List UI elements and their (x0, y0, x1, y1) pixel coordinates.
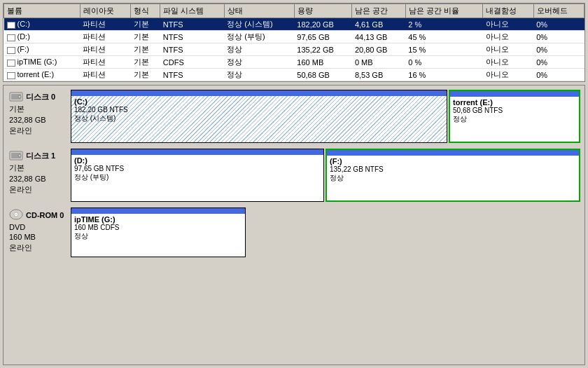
svg-point-8 (15, 214, 17, 215)
partition-d[interactable]: (D:) 97,65 GB NTFS 정상 (부팅) (71, 149, 324, 202)
partition-c-header (71, 90, 447, 96)
cdrom-0-type: DVD (9, 223, 66, 231)
cdrom-0-row: CD-ROM 0 DVD 160 MB 온라인 ipTIME (G:) 160 … (6, 206, 582, 259)
partition-g-name: ipTIME (G:) (74, 215, 242, 224)
disk-0-row: 디스크 0 기본 232,88 GB 온라인 (C:) 182,20 GB NT… (6, 88, 582, 144)
table-row[interactable]: (D:)파티션기본NTFS정상 (부팅)97,65 GB44,13 GB45 %… (4, 31, 584, 43)
col-layout[interactable]: 레이아웃 (80, 4, 130, 18)
cdrom-0-label: CD-ROM 0 DVD 160 MB 온라인 (6, 206, 69, 259)
partition-f-info2: 정상 (330, 173, 576, 183)
partition-torrent-info1: 50,68 GB NTFS (453, 107, 576, 114)
table-row[interactable]: (F:)파티션기본NTFS정상135,22 GB20,80 GB15 %아니오0… (4, 43, 584, 56)
svg-point-2 (18, 95, 21, 98)
partition-g-info1: 160 MB CDFS (74, 224, 242, 231)
volume-icon (7, 47, 15, 54)
cdrom-0-name: CD-ROM 0 (26, 211, 64, 219)
disk-0-label: 디스크 0 기본 232,88 GB 온라인 (6, 88, 69, 144)
disk-1-row: 디스크 1 기본 232,88 GB 온라인 (D:) 97,65 GB NTF… (6, 147, 582, 203)
partition-c-info2: 정상 (시스템) (74, 114, 444, 123)
disk-0-icon (9, 91, 23, 102)
disk-1-partitions: (D:) 97,65 GB NTFS 정상 (부팅) (F:) 135,22 G… (69, 147, 582, 203)
volume-icon (7, 72, 15, 79)
disk-0-name: 디스크 0 (26, 92, 55, 102)
cdrom-0-size: 160 MB (9, 233, 66, 241)
main-container: 볼륨 레이아웃 형식 파일 시스템 상태 용량 남은 공간 남은 공간 비율 내… (0, 0, 588, 368)
partition-torrent-info2: 정상 (453, 114, 576, 124)
partition-torrent-header (450, 91, 579, 97)
partition-c[interactable]: (C:) 182,20 GB NTFS 정상 (시스템) (71, 90, 447, 143)
partition-f-info1: 135,22 GB NTFS (330, 165, 576, 173)
partition-f[interactable]: (F:) 135,22 GB NTFS 정상 (326, 149, 580, 202)
col-overhead[interactable]: 오버헤드 (533, 4, 584, 18)
table-header-row: 볼륨 레이아웃 형식 파일 시스템 상태 용량 남은 공간 남은 공간 비율 내… (4, 4, 584, 18)
col-status[interactable]: 상태 (224, 4, 294, 18)
partition-g[interactable]: ipTIME (G:) 160 MB CDFS 정상 (71, 207, 246, 257)
disk-management-area: 디스크 0 기본 232,88 GB 온라인 (C:) 182,20 GB NT… (3, 85, 585, 365)
table-row[interactable]: ipTIME (G:)파티션기본CDFS정상160 MB0 MB0 %아니오0% (4, 56, 584, 69)
partition-d-header (71, 149, 323, 155)
col-fault[interactable]: 내결함성 (483, 4, 533, 18)
partition-d-name: (D:) (74, 156, 321, 165)
partition-torrent[interactable]: torrent (E:) 50,68 GB NTFS 정상 (449, 90, 580, 143)
disk-1-type: 기본 (9, 163, 66, 173)
disk-1-icon (9, 150, 23, 161)
disk-0-size: 232,88 GB (9, 116, 66, 124)
col-fs[interactable]: 파일 시스템 (160, 4, 224, 18)
col-free[interactable]: 남은 공간 (352, 4, 405, 18)
volume-table-container: 볼륨 레이아웃 형식 파일 시스템 상태 용량 남은 공간 남은 공간 비율 내… (3, 3, 585, 82)
cdrom-0-icon (9, 209, 23, 222)
partition-g-header (71, 208, 245, 214)
disk-1-label: 디스크 1 기본 232,88 GB 온라인 (6, 147, 69, 203)
cdrom-0-partitions: ipTIME (G:) 160 MB CDFS 정상 (69, 206, 582, 259)
volume-icon (7, 22, 15, 29)
disk-0-status: 온라인 (9, 125, 66, 136)
partition-d-info2: 정상 (부팅) (74, 172, 321, 182)
cdrom-0-status: 온라인 (9, 243, 66, 253)
table-row[interactable]: torrent (E:)파티션기본NTFS정상50,68 GB8,53 GB16… (4, 69, 584, 81)
col-volume[interactable]: 볼륨 (4, 4, 80, 18)
partition-c-info1: 182,20 GB NTFS (74, 106, 444, 114)
partition-f-name: (F:) (330, 157, 576, 165)
col-capacity[interactable]: 용량 (294, 4, 352, 18)
partition-g-info2: 정상 (74, 231, 242, 241)
disk-1-name: 디스크 1 (26, 151, 55, 161)
partition-f-header (327, 150, 579, 156)
volume-icon (7, 34, 15, 41)
partition-torrent-name: torrent (E:) (453, 98, 576, 107)
disk-1-status: 온라인 (9, 184, 66, 195)
svg-point-5 (18, 154, 21, 157)
disk-1-size: 232,88 GB (9, 175, 66, 183)
volume-table: 볼륨 레이아웃 형식 파일 시스템 상태 용량 남은 공간 남은 공간 비율 내… (4, 4, 584, 81)
col-type[interactable]: 형식 (131, 4, 160, 18)
disk-0-partitions: (C:) 182,20 GB NTFS 정상 (시스템) torrent (E:… (69, 88, 582, 144)
volume-icon (7, 60, 15, 67)
partition-c-name: (C:) (74, 97, 444, 106)
col-free-pct[interactable]: 남은 공간 비율 (405, 4, 483, 18)
disk-0-type: 기본 (9, 104, 66, 114)
partition-d-info1: 97,65 GB NTFS (74, 165, 321, 172)
table-row[interactable]: (C:)파티션기본NTFS정상 (시스템)182,20 GB4,61 GB2 %… (4, 18, 584, 31)
